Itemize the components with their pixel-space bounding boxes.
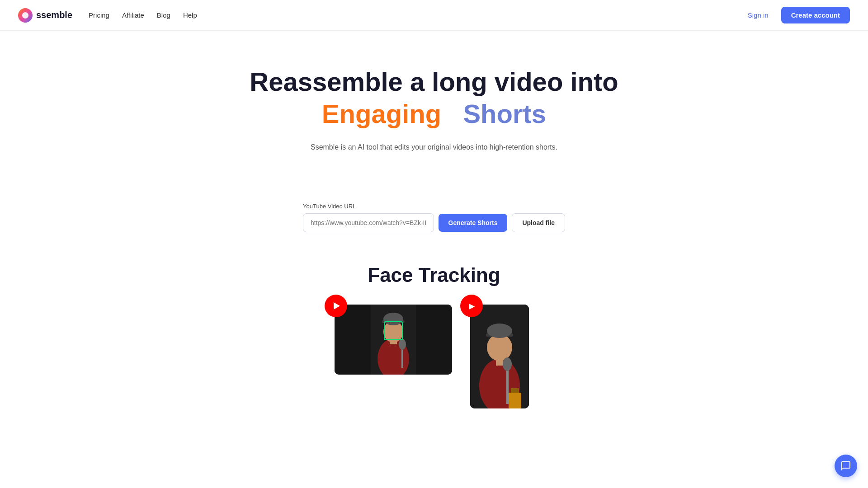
chat-icon — [840, 460, 851, 471]
nav-links: Pricing Affiliate Blog Help — [89, 11, 197, 19]
upload-file-button[interactable]: Upload file — [512, 213, 565, 232]
left-video-wrap — [335, 305, 461, 375]
shorts-icon: ▶ — [465, 300, 478, 312]
svg-rect-22 — [511, 388, 519, 393]
sign-in-button[interactable]: Sign in — [742, 8, 774, 23]
face-tracking-title: Face Tracking — [9, 264, 859, 286]
create-account-button[interactable]: Create account — [781, 7, 850, 23]
nav-link-blog[interactable]: Blog — [157, 11, 170, 19]
right-video-inner — [470, 305, 529, 408]
svg-point-20 — [503, 357, 512, 371]
youtube-play-icon — [334, 302, 340, 310]
right-video-svg — [470, 305, 529, 408]
youtube-badge — [325, 295, 347, 317]
hero-title: Reassemble a long video into Engaging Sh… — [9, 67, 859, 129]
hero-shorts: Shorts — [463, 99, 546, 128]
logo-icon — [18, 8, 33, 23]
svg-rect-2 — [416, 305, 452, 375]
shorts-badge: ▶ — [460, 295, 483, 317]
nav-link-affiliate[interactable]: Affiliate — [122, 11, 144, 19]
generate-shorts-button[interactable]: Generate Shorts — [439, 214, 508, 232]
nav-item-affiliate[interactable]: Affiliate — [122, 11, 144, 19]
url-label: YouTube Video URL — [303, 203, 565, 210]
logo-text: ssemble — [36, 10, 72, 20]
face-tracking-section: Face Tracking — [0, 232, 868, 427]
hero-section: Reassemble a long video into Engaging Sh… — [0, 31, 868, 180]
svg-rect-21 — [509, 393, 521, 408]
logo-svg — [21, 11, 29, 19]
right-video-wrap: ▶ — [470, 305, 533, 408]
svg-text:▶: ▶ — [469, 302, 475, 310]
left-video-svg — [335, 305, 452, 375]
chat-button[interactable] — [835, 455, 857, 477]
nav-item-blog[interactable]: Blog — [157, 11, 170, 19]
right-video-frame — [470, 305, 529, 408]
youtube-url-input[interactable] — [303, 213, 434, 232]
left-video-frame — [335, 305, 452, 375]
svg-point-7 — [383, 313, 403, 325]
hero-title-line2: Engaging Shorts — [9, 99, 859, 129]
url-input-row: Generate Shorts Upload file — [303, 213, 565, 232]
hero-title-line1: Reassemble a long video into — [250, 67, 618, 96]
url-section: YouTube Video URL Generate Shorts Upload… — [0, 203, 868, 232]
navbar: ssemble Pricing Affiliate Blog Help Sign… — [0, 0, 868, 31]
logo-link[interactable]: ssemble — [18, 8, 72, 23]
nav-link-pricing[interactable]: Pricing — [89, 11, 109, 19]
svg-point-18 — [487, 324, 512, 338]
svg-point-9 — [399, 339, 406, 350]
left-video-inner — [335, 305, 452, 375]
nav-left: ssemble Pricing Affiliate Blog Help — [18, 8, 197, 23]
nav-item-pricing[interactable]: Pricing — [89, 11, 109, 19]
video-comparison: ▶ — [9, 305, 859, 408]
nav-right: Sign in Create account — [742, 7, 850, 23]
nav-link-help[interactable]: Help — [183, 11, 197, 19]
hero-subtitle: Ssemble is an AI tool that edits your or… — [9, 141, 859, 153]
hero-engaging: Engaging — [322, 99, 441, 128]
nav-item-help[interactable]: Help — [183, 11, 197, 19]
